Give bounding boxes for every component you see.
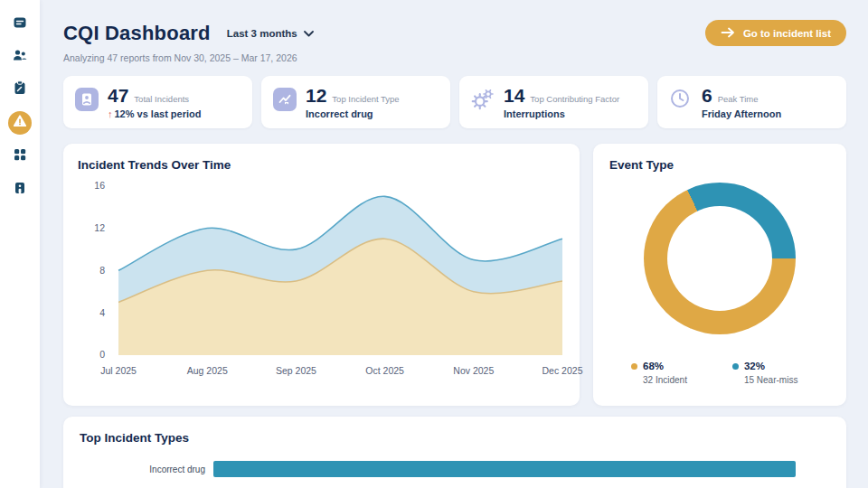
charts-row: Incident Trends Over Time 0481216Jul 202… xyxy=(63,144,846,406)
sidebar xyxy=(0,0,40,488)
top-incident-types-title: Top Incident Types xyxy=(80,431,830,445)
chevron-down-icon xyxy=(304,28,314,39)
go-to-incident-list-label: Go to incident list xyxy=(743,28,831,39)
alert-triangle-icon xyxy=(13,114,27,132)
event-type-card: Event Type 68% 32 Incident 32% xyxy=(593,144,846,406)
period-selector-label: Last 3 months xyxy=(227,28,297,39)
incident-pct: 68% xyxy=(643,361,664,371)
gears-icon xyxy=(471,99,495,114)
users-icon xyxy=(12,47,28,67)
trend-up-icon: ↑ xyxy=(108,108,113,119)
stat-card-peak-time: 6 Peak Time Friday Afternoon xyxy=(657,76,846,128)
stat-label: Top Contributing Factor xyxy=(530,94,619,104)
stats-row: 47 Total Incidents ↑12% vs last period 1… xyxy=(63,76,846,128)
svg-text:Oct 2025: Oct 2025 xyxy=(365,367,404,377)
sidebar-item-panel[interactable] xyxy=(9,14,31,35)
incident-trends-card: Incident Trends Over Time 0481216Jul 202… xyxy=(63,144,580,406)
period-selector[interactable]: Last 3 months xyxy=(227,28,314,39)
building-icon xyxy=(12,179,28,199)
bar-label: Incorrect drug xyxy=(80,465,213,474)
main-content: CQI Dashboard Last 3 months Go to incide… xyxy=(40,0,868,488)
event-type-legend: 68% 32 Incident 32% 15 Near-miss xyxy=(609,361,830,385)
sidebar-item-incidents[interactable] xyxy=(8,111,32,135)
incident-count: 32 Incident xyxy=(643,375,687,385)
svg-text:0: 0 xyxy=(99,350,105,360)
stat-value: 6 xyxy=(702,85,712,107)
trends-chart-title: Incident Trends Over Time xyxy=(78,158,571,172)
svg-text:8: 8 xyxy=(99,266,105,276)
svg-text:Aug 2025: Aug 2025 xyxy=(187,367,228,377)
go-to-incident-list-button[interactable]: Go to incident list xyxy=(705,20,846,46)
stat-label: Peak Time xyxy=(718,94,759,104)
svg-text:12: 12 xyxy=(94,223,105,233)
stat-sub: Incorrect drug xyxy=(306,108,400,119)
legend-item-near-miss: 32% 15 Near-miss xyxy=(732,361,797,385)
grid-icon xyxy=(12,146,28,166)
svg-text:Jul 2025: Jul 2025 xyxy=(100,367,137,377)
sidebar-item-facility[interactable] xyxy=(9,178,31,200)
stat-card-top-contributing-factor: 14 Top Contributing Factor Interruptions xyxy=(459,76,648,128)
stat-sub: Interruptions xyxy=(504,108,619,119)
stat-value: 14 xyxy=(504,85,524,107)
header: CQI Dashboard Last 3 months Go to incide… xyxy=(63,20,846,46)
sidebar-item-apps[interactable] xyxy=(9,145,31,167)
legend-item-incident: 68% 32 Incident xyxy=(631,361,687,385)
near-miss-pct: 32% xyxy=(744,361,765,371)
bar-track xyxy=(213,461,830,477)
stat-card-top-incident-type: 12 Top Incident Type Incorrect drug xyxy=(261,76,450,128)
svg-text:4: 4 xyxy=(99,308,105,318)
svg-text:Sep 2025: Sep 2025 xyxy=(276,367,316,377)
clock-icon xyxy=(669,97,691,112)
report-icon xyxy=(75,88,99,111)
sidebar-item-reports[interactable] xyxy=(9,79,31,100)
svg-text:Dec 2025: Dec 2025 xyxy=(542,367,582,377)
stat-label: Total Incidents xyxy=(134,94,189,104)
svg-text:Nov 2025: Nov 2025 xyxy=(453,367,494,377)
event-type-donut-chart xyxy=(644,183,796,334)
donut-hole xyxy=(667,206,772,311)
trend-icon xyxy=(273,88,297,111)
stat-sub: ↑12% vs last period xyxy=(108,108,202,119)
near-miss-legend-dot xyxy=(732,363,739,370)
event-type-title: Event Type xyxy=(609,158,830,172)
clipboard-icon xyxy=(12,80,28,99)
stat-card-total-incidents: 47 Total Incidents ↑12% vs last period xyxy=(63,76,252,128)
stat-sub: Friday Afternoon xyxy=(702,108,781,119)
stat-label: Top Incident Type xyxy=(332,94,399,104)
svg-text:16: 16 xyxy=(94,181,105,191)
panel-icon xyxy=(12,14,28,34)
incident-legend-dot xyxy=(631,363,637,370)
near-miss-count: 15 Near-miss xyxy=(744,375,797,385)
stat-value: 12 xyxy=(306,85,326,107)
top-incident-types-card: Top Incident Types Incorrect drug xyxy=(63,417,846,488)
arrow-right-icon xyxy=(721,27,735,40)
report-range-subtitle: Analyzing 47 reports from Nov 30, 2025 –… xyxy=(63,52,846,63)
page-title: CQI Dashboard xyxy=(63,22,211,45)
sidebar-item-users[interactable] xyxy=(9,46,31,68)
trends-area-chart: 0481216Jul 2025Aug 2025Sep 2025Oct 2025N… xyxy=(78,174,571,389)
stat-value: 47 xyxy=(108,85,128,107)
bar-fill xyxy=(213,461,796,477)
bar-row-incorrect-drug: Incorrect drug xyxy=(80,461,830,477)
